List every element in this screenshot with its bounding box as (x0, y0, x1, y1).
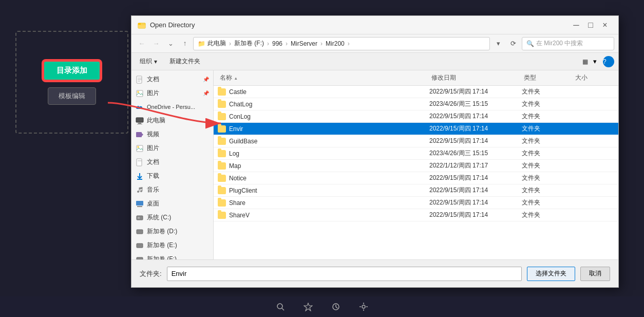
minimize-button[interactable]: ─ (569, 18, 583, 32)
forward-button[interactable]: → (150, 38, 162, 50)
file-type: 文件夹 (522, 211, 573, 219)
help-button[interactable]: ? (603, 56, 614, 67)
close-button[interactable]: × (598, 18, 612, 32)
action-bar: 组织 ▾ 新建文件夹 ▦ ▾ ? (131, 53, 618, 70)
file-type: 文件夹 (522, 149, 573, 158)
file-name-cell: ConLog (218, 113, 429, 120)
folder-icon (218, 150, 226, 157)
taskbar-star-icon[interactable] (302, 301, 314, 313)
dialog-titlebar: Open Directory ─ □ × (131, 16, 618, 34)
svg-point-21 (140, 190, 142, 192)
address-part3: 996 (272, 40, 282, 47)
file-row[interactable]: ShareV 2022/9/15/周四 17:14 文件夹 (214, 209, 618, 221)
file-date: 2022/9/15/周四 17:14 (429, 174, 522, 182)
open-directory-dialog: Open Directory ─ □ × ← → ⌄ ↑ 📁 此电脑 › 新加卷… (131, 15, 619, 288)
desktop-icon (136, 200, 144, 208)
sidebar-label-desktop: 桌面 (147, 199, 159, 208)
svg-point-31 (277, 304, 282, 309)
new-folder-button[interactable]: 新建文件夹 (165, 55, 204, 68)
address-part1: 此电脑 (207, 39, 226, 48)
taskbar-history-icon[interactable] (330, 301, 342, 313)
file-row[interactable]: Envir 2022/9/15/周四 17:14 文件夹 (214, 123, 618, 135)
file-name-label: Share (229, 199, 245, 207)
file-row[interactable]: ConLog 2022/9/15/周四 17:14 文件夹 (214, 110, 618, 123)
file-name-cell: Notice (218, 175, 429, 182)
file-row[interactable]: Castle 2022/9/15/周四 17:14 文件夹 (214, 86, 618, 98)
taskbar-search-icon[interactable] (274, 301, 287, 313)
refresh-button[interactable]: ⟳ (506, 37, 520, 50)
sidebar-item-drive-e[interactable]: 新加卷 (E:) (131, 238, 213, 252)
maximize-button[interactable]: □ (583, 18, 598, 32)
file-name-label: Notice (229, 175, 247, 182)
select-folder-button[interactable]: 选择文件夹 (527, 267, 575, 281)
view-chevron: ▾ (593, 58, 597, 65)
sidebar-item-download[interactable]: 下载 (131, 169, 213, 183)
file-date: 2022/9/15/周四 17:14 (429, 137, 522, 145)
header-date[interactable]: 修改日期 (429, 72, 522, 83)
folder-icon (218, 175, 226, 182)
view-options: ▦ ▾ (578, 56, 597, 67)
svg-rect-29 (137, 244, 143, 248)
drive-c-icon (136, 214, 144, 222)
header-size[interactable]: 大小 (573, 72, 614, 83)
address-part5: Mir200 (326, 40, 345, 47)
file-name-label: PlugClient (229, 187, 257, 194)
template-edit-button[interactable]: 模板编辑 (48, 87, 96, 105)
svg-point-16 (137, 146, 139, 148)
address-dropdown-button[interactable]: ▾ (492, 38, 504, 50)
svg-point-9 (137, 91, 139, 93)
recent-button[interactable]: ⌄ (164, 38, 177, 50)
file-row[interactable]: GuildBase 2022/9/15/周四 17:14 文件夹 (214, 135, 618, 147)
sidebar-label-doc1: 文档 (147, 75, 159, 84)
file-date: 2022/9/15/周四 17:14 (429, 186, 522, 195)
file-row[interactable]: Share 2022/9/15/周四 17:14 文件夹 (214, 197, 618, 209)
cancel-button[interactable]: 取消 (580, 267, 610, 281)
file-rows-container: Castle 2022/9/15/周四 17:14 文件夹 ChatLog 20… (214, 86, 618, 221)
file-type: 文件夹 (522, 186, 573, 195)
address-bar[interactable]: 📁 此电脑 › 新加卷 (F:) › 996 › MirServer › Mir… (193, 37, 490, 50)
sidebar-item-img1[interactable]: 图片 📌 (131, 86, 213, 100)
sidebar-item-drive-c[interactable]: 系统 (C:) (131, 211, 213, 225)
svg-marker-14 (142, 133, 143, 136)
sidebar: 文档 📌 图片 📌 OneDrive - Persu... (131, 70, 214, 259)
file-name-label: ChatLog (229, 101, 252, 108)
sidebar-item-pc[interactable]: 此电脑 (131, 114, 213, 127)
pin-icon2: 📌 (203, 90, 209, 96)
back-button[interactable]: ← (136, 38, 148, 50)
taskbar-tools-icon[interactable] (357, 301, 370, 313)
file-name-label: ShareV (229, 212, 250, 219)
file-name-cell: GuildBase (218, 138, 429, 145)
file-name-label: GuildBase (229, 138, 257, 145)
sidebar-item-doc2[interactable]: 文档 (131, 155, 213, 169)
up-button[interactable]: ↑ (179, 38, 191, 50)
svg-rect-10 (136, 118, 143, 122)
sidebar-label-onedrive: OneDrive - Persu... (147, 104, 195, 110)
file-row[interactable]: Notice 2022/9/15/周四 17:14 文件夹 (214, 172, 618, 184)
sidebar-item-drive-d[interactable]: 新加卷 (D:) (131, 225, 213, 238)
sidebar-item-onedrive[interactable]: OneDrive - Persu... (131, 100, 213, 114)
file-row[interactable]: Log 2023/4/26/周三 15:15 文件夹 (214, 147, 618, 160)
folder-name-input[interactable] (167, 267, 522, 281)
nav-toolbar: ← → ⌄ ↑ 📁 此电脑 › 新加卷 (F:) › 996 › MirServ… (131, 34, 618, 53)
doc2-icon (136, 158, 144, 166)
sidebar-item-img2[interactable]: 图片 (131, 141, 213, 155)
search-box[interactable]: 🔍 在 Mir200 中搜索 (522, 37, 614, 50)
sidebar-label-drive-f: 新加卷 (F:) (147, 255, 177, 259)
file-row[interactable]: Map 2022/1/12/周四 17:17 文件夹 (214, 160, 618, 172)
sidebar-item-desktop[interactable]: 桌面 (131, 197, 213, 211)
header-type[interactable]: 类型 (522, 72, 573, 83)
sidebar-item-music[interactable]: 音乐 (131, 183, 213, 197)
file-row[interactable]: PlugClient 2022/9/15/周四 17:14 文件夹 (214, 184, 618, 197)
file-row[interactable]: ChatLog 2023/4/26/周三 15:15 文件夹 (214, 98, 618, 110)
svg-rect-27 (138, 217, 140, 219)
view-button[interactable]: ▦ (578, 56, 592, 67)
add-directory-button[interactable]: 目录添加 (43, 60, 101, 81)
organize-button[interactable]: 组织 ▾ (136, 55, 161, 68)
sidebar-item-doc1[interactable]: 文档 📌 (131, 72, 213, 86)
file-list: 名称 ▲ 修改日期 类型 大小 Castle 2022/9/15/周四 17:1… (214, 70, 618, 259)
sidebar-item-video[interactable]: 视频 (131, 127, 213, 141)
sidebar-label-drive-c: 系统 (C:) (147, 213, 171, 222)
sidebar-item-drive-f[interactable]: 新加卷 (F:) (131, 252, 213, 259)
sidebar-label-img1: 图片 (147, 89, 159, 98)
header-name[interactable]: 名称 ▲ (218, 72, 429, 83)
